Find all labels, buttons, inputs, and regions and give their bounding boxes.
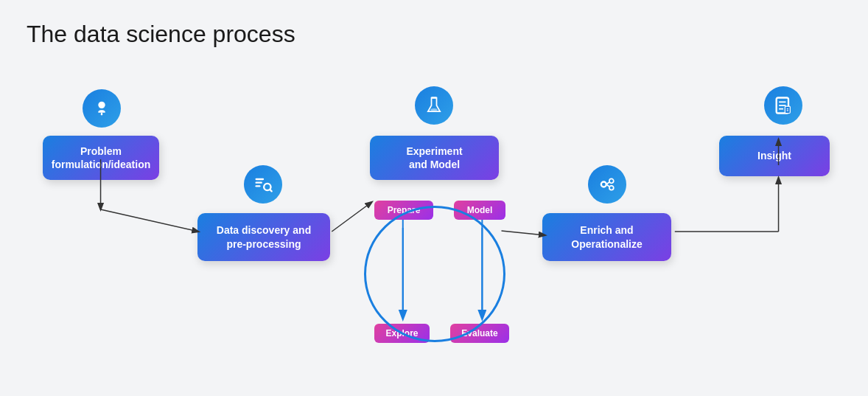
enrich-icon — [588, 165, 626, 204]
experiment-icon — [415, 86, 453, 125]
svg-rect-2 — [256, 178, 265, 180]
svg-line-6 — [270, 190, 271, 191]
svg-point-0 — [98, 102, 105, 108]
data-label: Data discovery and pre-processing — [217, 223, 311, 250]
page-title: The data science process — [27, 21, 841, 48]
svg-line-13 — [606, 184, 609, 187]
svg-line-23 — [332, 202, 371, 232]
svg-point-11 — [609, 186, 614, 190]
experiment-label: Experiment and Model — [406, 145, 462, 171]
experiment-box: Experiment and Model — [370, 136, 499, 180]
svg-line-22 — [101, 209, 199, 232]
svg-rect-3 — [256, 182, 262, 184]
data-box: Data discovery and pre-processing — [197, 213, 330, 261]
svg-point-8 — [430, 108, 437, 111]
svg-rect-1 — [101, 113, 102, 116]
svg-line-24 — [501, 231, 545, 235]
enrich-box: Enrich and Operationalize — [542, 213, 671, 261]
loop-oval — [364, 206, 505, 342]
insight-icon — [764, 86, 802, 125]
svg-point-10 — [609, 178, 614, 183]
data-icon — [244, 165, 282, 204]
page: The data science process — [0, 0, 868, 396]
enrich-label: Enrich and Operationalize — [571, 223, 642, 250]
problem-box: Problem formulation/ideation — [43, 136, 159, 180]
insight-box: Insight — [719, 136, 830, 176]
problem-label: Problem formulation/ideation — [52, 145, 151, 171]
svg-rect-18 — [785, 106, 790, 113]
problem-icon — [83, 89, 121, 128]
svg-point-9 — [601, 182, 606, 187]
insight-label: Insight — [757, 149, 791, 162]
svg-rect-4 — [256, 185, 261, 187]
diagram-area: Problem formulation/ideation Data discov… — [27, 66, 841, 375]
